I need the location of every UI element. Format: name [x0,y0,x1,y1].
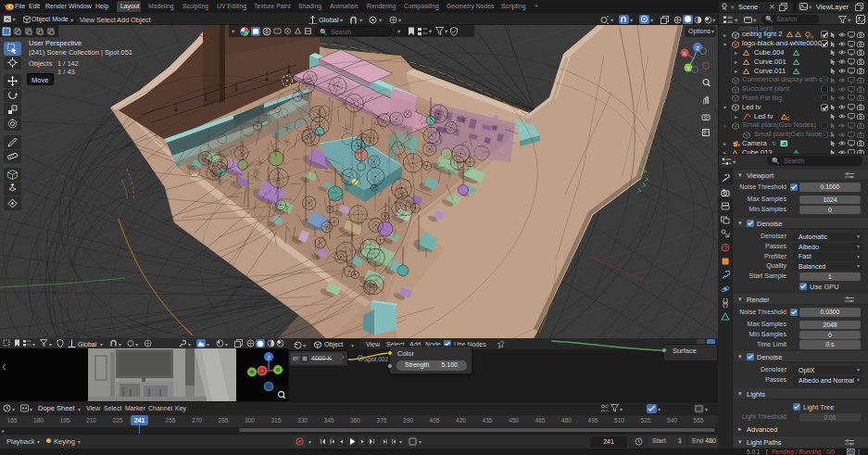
svg-text:X: X [683,51,686,57]
svg-text:Z: Z [267,355,270,360]
svg-text:▾: ▾ [13,17,16,22]
svg-text:Y: Y [686,66,690,71]
